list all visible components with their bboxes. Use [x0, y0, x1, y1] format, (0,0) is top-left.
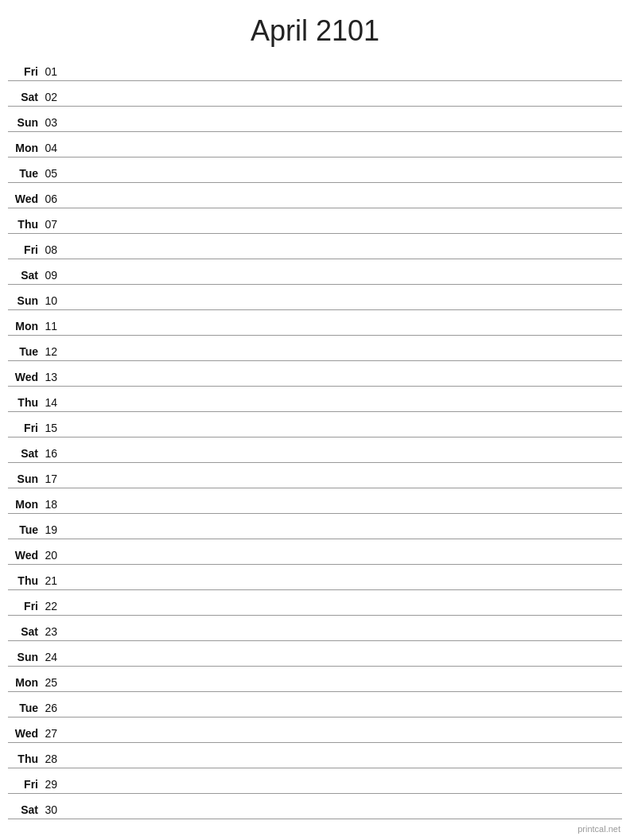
day-name: Fri	[8, 65, 43, 80]
day-name: Sat	[8, 803, 43, 819]
day-number: 07	[43, 218, 65, 233]
day-number: 24	[43, 651, 65, 666]
day-name: Wed	[8, 371, 43, 386]
day-name: Mon	[8, 676, 43, 691]
day-row: Mon18	[8, 488, 622, 514]
page-title: April 2101	[0, 0, 630, 56]
day-row: Sat23	[8, 616, 622, 641]
day-number: 19	[43, 523, 65, 539]
day-row: Mon11	[8, 310, 622, 336]
day-row: Tue19	[8, 514, 622, 539]
day-name: Mon	[8, 320, 43, 335]
day-name: Sat	[8, 625, 43, 640]
day-row: Fri29	[8, 768, 622, 794]
day-row: Sat16	[8, 438, 622, 463]
day-name: Tue	[8, 345, 43, 360]
day-row: Sat09	[8, 259, 622, 285]
day-row: Sat30	[8, 794, 622, 819]
day-number: 11	[43, 320, 65, 335]
day-name: Sat	[8, 269, 43, 284]
day-number: 16	[43, 447, 65, 462]
day-name: Tue	[8, 702, 43, 717]
day-number: 25	[43, 676, 65, 691]
day-number: 20	[43, 549, 65, 564]
day-name: Thu	[8, 752, 43, 768]
day-number: 13	[43, 371, 65, 386]
day-name: Thu	[8, 396, 43, 411]
day-name: Sat	[8, 447, 43, 462]
day-number: 27	[43, 727, 65, 742]
day-number: 02	[43, 91, 65, 106]
day-name: Tue	[8, 523, 43, 539]
day-number: 28	[43, 752, 65, 768]
day-name: Fri	[8, 243, 43, 259]
day-name: Fri	[8, 600, 43, 615]
day-row: Thu21	[8, 565, 622, 590]
day-number: 09	[43, 269, 65, 284]
day-number: 03	[43, 116, 65, 131]
day-name: Mon	[8, 498, 43, 513]
day-row: Sun17	[8, 463, 622, 488]
day-row: Tue12	[8, 336, 622, 361]
day-row: Wed20	[8, 539, 622, 565]
day-row: Tue05	[8, 158, 622, 183]
day-number: 08	[43, 243, 65, 259]
watermark: printcal.net	[578, 824, 620, 834]
day-number: 18	[43, 498, 65, 513]
day-name: Sun	[8, 294, 43, 309]
day-name: Sat	[8, 91, 43, 106]
day-row: Mon04	[8, 132, 622, 158]
day-name: Fri	[8, 422, 43, 437]
day-row: Thu14	[8, 387, 622, 412]
day-name: Fri	[8, 778, 43, 793]
day-number: 15	[43, 422, 65, 437]
day-row: Sun24	[8, 641, 622, 667]
day-row: Mon25	[8, 667, 622, 692]
day-number: 14	[43, 396, 65, 411]
day-number: 23	[43, 625, 65, 640]
day-name: Wed	[8, 727, 43, 742]
day-row: Fri08	[8, 234, 622, 259]
day-row: Fri15	[8, 412, 622, 438]
day-number: 04	[43, 142, 65, 157]
day-number: 06	[43, 192, 65, 208]
day-number: 01	[43, 65, 65, 80]
day-number: 30	[43, 803, 65, 819]
day-row: Sat02	[8, 81, 622, 107]
day-name: Wed	[8, 192, 43, 208]
day-name: Sun	[8, 472, 43, 488]
day-name: Mon	[8, 142, 43, 157]
day-row: Wed06	[8, 183, 622, 208]
day-row: Wed13	[8, 361, 622, 387]
day-row: Sun10	[8, 285, 622, 310]
day-row: Tue26	[8, 692, 622, 718]
day-number: 22	[43, 600, 65, 615]
calendar-grid: Fri01Sat02Sun03Mon04Tue05Wed06Thu07Fri08…	[0, 56, 630, 819]
day-row: Sun03	[8, 107, 622, 132]
day-row: Fri22	[8, 590, 622, 616]
day-name: Sun	[8, 651, 43, 666]
day-name: Thu	[8, 218, 43, 233]
day-number: 10	[43, 294, 65, 309]
day-row: Wed27	[8, 718, 622, 743]
day-row: Thu07	[8, 208, 622, 234]
day-number: 05	[43, 167, 65, 182]
day-row: Thu28	[8, 743, 622, 768]
day-number: 12	[43, 345, 65, 360]
day-number: 26	[43, 702, 65, 717]
day-name: Tue	[8, 167, 43, 182]
day-number: 17	[43, 472, 65, 488]
day-name: Wed	[8, 549, 43, 564]
day-name: Thu	[8, 574, 43, 589]
day-name: Sun	[8, 116, 43, 131]
day-number: 29	[43, 778, 65, 793]
day-number: 21	[43, 574, 65, 589]
day-row: Fri01	[8, 56, 622, 81]
